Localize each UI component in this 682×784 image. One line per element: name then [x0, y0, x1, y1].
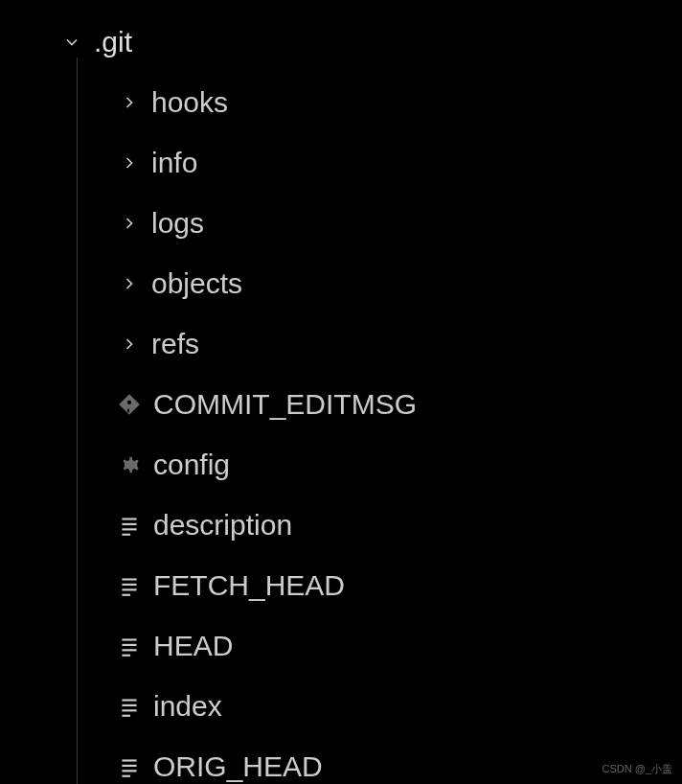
tree-file-commit-editmsg[interactable]: COMMIT_EDITMSG: [0, 374, 682, 434]
tree-folder-hooks[interactable]: hooks: [0, 72, 682, 132]
chevron-right-icon: [115, 149, 144, 177]
folder-label: refs: [151, 328, 199, 360]
text-file-icon: [115, 752, 144, 781]
file-label: ORIG_HEAD: [153, 750, 323, 783]
chevron-right-icon: [115, 209, 144, 238]
tree-folder-info[interactable]: info: [0, 132, 682, 193]
tree-file-description[interactable]: description: [0, 495, 682, 555]
chevron-right-icon: [115, 269, 144, 298]
folder-label: logs: [151, 207, 204, 240]
tree-file-head[interactable]: HEAD: [0, 615, 682, 676]
folder-label: info: [151, 147, 197, 179]
text-file-icon: [115, 511, 144, 540]
folder-label: hooks: [151, 86, 228, 119]
chevron-down-icon: [57, 28, 86, 57]
text-file-icon: [115, 632, 144, 660]
file-label: config: [153, 449, 230, 481]
chevron-right-icon: [115, 330, 144, 358]
tree-file-fetch-head[interactable]: FETCH_HEAD: [0, 555, 682, 615]
tree-root-git[interactable]: .git: [0, 12, 682, 72]
git-icon: [115, 390, 144, 419]
tree-file-index[interactable]: index: [0, 676, 682, 736]
root-label: .git: [94, 26, 132, 58]
text-file-icon: [115, 571, 144, 600]
file-label: index: [153, 690, 222, 723]
folder-label: objects: [151, 267, 242, 300]
tree-folder-objects[interactable]: objects: [0, 253, 682, 313]
tree-folder-refs[interactable]: refs: [0, 313, 682, 374]
file-label: description: [153, 509, 292, 542]
chevron-right-icon: [115, 88, 144, 117]
file-label: COMMIT_EDITMSG: [153, 388, 417, 421]
watermark: CSDN @_小盖: [602, 762, 672, 776]
file-label: FETCH_HEAD: [153, 569, 345, 602]
tree-folder-logs[interactable]: logs: [0, 193, 682, 253]
tree-file-config[interactable]: config: [0, 434, 682, 495]
text-file-icon: [115, 692, 144, 721]
file-tree: .git hooks info logs objects refs: [0, 0, 682, 784]
tree-file-orig-head[interactable]: ORIG_HEAD: [0, 736, 682, 784]
gear-icon: [115, 450, 144, 479]
file-label: HEAD: [153, 630, 233, 662]
indent-guide: [77, 58, 78, 784]
